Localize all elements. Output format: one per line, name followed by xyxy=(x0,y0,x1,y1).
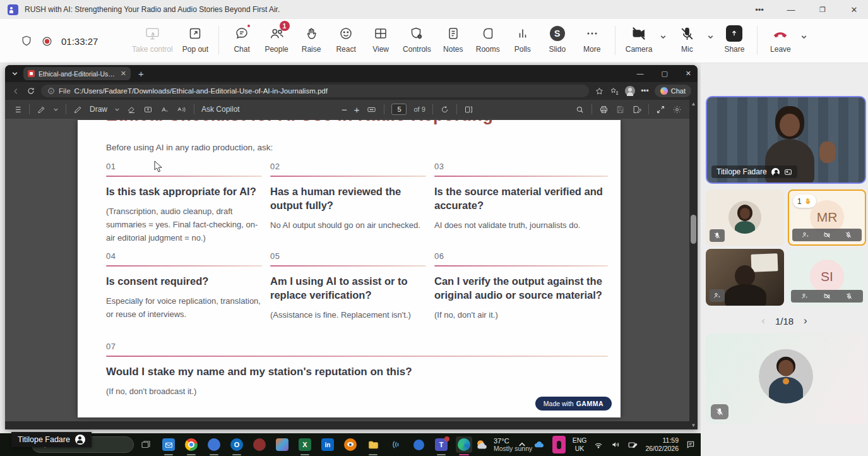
camera-button[interactable]: Camera xyxy=(624,23,655,55)
file-explorer-icon[interactable] xyxy=(365,436,381,453)
recorder-tray-icon[interactable] xyxy=(552,436,566,453)
scroll-down-arrow[interactable]: ▼ xyxy=(689,421,698,429)
highlighter-icon[interactable] xyxy=(37,105,46,114)
notes-button[interactable]: Notes xyxy=(439,23,468,55)
action-center-icon[interactable] xyxy=(686,440,696,450)
draw-chevron-icon[interactable] xyxy=(114,107,120,112)
refresh-icon[interactable] xyxy=(27,87,35,95)
blender-icon[interactable] xyxy=(342,436,359,453)
text-box-icon[interactable] xyxy=(143,105,153,114)
scrollbar-thumb[interactable] xyxy=(691,215,696,244)
outlook-icon[interactable]: O xyxy=(229,436,245,453)
browser-maximize-icon[interactable]: ▢ xyxy=(661,69,667,78)
search-icon[interactable] xyxy=(575,105,585,114)
participant-tile-bottom[interactable] xyxy=(706,333,866,424)
pop-out-button[interactable]: Pop out xyxy=(181,23,210,55)
edge-icon[interactable] xyxy=(456,436,472,453)
chat-button[interactable]: Chat xyxy=(227,23,256,55)
browser-minimize-icon[interactable]: — xyxy=(636,69,643,78)
titlebar-more-icon[interactable]: ••• xyxy=(753,5,766,15)
ask-copilot-button[interactable]: Ask Copilot xyxy=(201,105,240,114)
participant-tile-si[interactable]: SI xyxy=(788,249,866,306)
controls-button[interactable]: Controls xyxy=(401,23,433,55)
tab-list-chevron-icon[interactable] xyxy=(11,70,18,77)
page-view-icon[interactable] xyxy=(464,105,473,114)
react-button[interactable]: React xyxy=(331,23,360,55)
pager-previous-chevron[interactable]: ‹ xyxy=(761,315,765,327)
speaker-icon[interactable] xyxy=(610,440,621,450)
chrome-icon[interactable] xyxy=(183,436,199,453)
leave-button[interactable]: Leave xyxy=(766,23,795,55)
rooms-button[interactable]: Rooms xyxy=(473,23,502,55)
small-blue-app-icon[interactable] xyxy=(410,436,427,453)
browser-more-icon[interactable]: ••• xyxy=(641,87,649,95)
font-style-icon[interactable] xyxy=(160,105,169,114)
task-view-icon[interactable] xyxy=(138,436,154,453)
made-with-gamma-badge[interactable]: Made withGAMMA xyxy=(535,397,612,411)
copilot-chat-button[interactable]: Chat xyxy=(655,85,691,97)
favorites-bar-icon[interactable] xyxy=(610,87,619,96)
restore-icon[interactable]: ❐ xyxy=(816,6,829,14)
favorite-star-icon[interactable] xyxy=(595,87,604,96)
read-aloud-icon[interactable] xyxy=(176,105,187,114)
slido-button[interactable]: S Slido xyxy=(543,23,572,55)
eraser-icon[interactable] xyxy=(127,105,136,114)
excel-icon[interactable]: X xyxy=(297,436,313,453)
close-icon[interactable]: ✕ xyxy=(848,5,860,15)
taskbar-clock[interactable]: 11:59 26/02/2026 xyxy=(645,436,679,453)
scroll-up-arrow[interactable]: ▲ xyxy=(689,100,698,108)
raise-hand-button[interactable]: Raise xyxy=(297,23,326,55)
draw-pen-icon[interactable] xyxy=(73,105,83,114)
profile-avatar[interactable] xyxy=(625,86,635,96)
fit-to-width-icon[interactable] xyxy=(366,105,377,114)
participant-tile-main[interactable]: Titilope Fadare xyxy=(706,96,866,184)
draw-label[interactable]: Draw xyxy=(90,105,107,114)
shield-icon xyxy=(20,35,33,47)
share-button[interactable]: Share xyxy=(720,23,749,55)
blue-app-icon[interactable] xyxy=(206,436,222,453)
wifi-icon[interactable] xyxy=(593,440,603,450)
rotate-icon[interactable] xyxy=(440,105,449,114)
settings-gear-icon[interactable] xyxy=(672,105,682,114)
maroon-app-icon[interactable] xyxy=(251,436,268,453)
tab-close-icon[interactable]: ✕ xyxy=(121,69,126,78)
photos-app-icon[interactable] xyxy=(274,436,290,453)
participant-tile-mr[interactable]: 1 MR xyxy=(788,189,866,246)
url-field[interactable]: File C:/Users/FadareT/Downloads/Ethical-… xyxy=(41,85,589,97)
people-button[interactable]: 1 People xyxy=(262,23,291,55)
fullscreen-icon[interactable] xyxy=(656,105,665,114)
zoom-out-icon[interactable]: − xyxy=(342,104,347,115)
participant-tile[interactable] xyxy=(706,249,784,306)
tray-expand-chevron[interactable] xyxy=(518,441,526,448)
pen-tablet-icon[interactable] xyxy=(627,440,638,450)
print-icon[interactable] xyxy=(599,105,609,114)
teams-app-icon[interactable]: T xyxy=(433,436,449,453)
onedrive-icon[interactable] xyxy=(533,438,545,451)
save-as-icon[interactable] xyxy=(632,105,641,114)
info-icon[interactable] xyxy=(47,87,55,95)
browser-tab[interactable]: Ethical-and-Editorial-Use-of-AI-in ✕ xyxy=(23,67,131,80)
polls-button[interactable]: Polls xyxy=(508,23,537,55)
leave-options-chevron[interactable] xyxy=(800,33,807,40)
browser-close-icon[interactable]: ✕ xyxy=(686,69,691,78)
more-button[interactable]: More xyxy=(578,23,607,55)
linkedin-icon[interactable]: in xyxy=(319,436,336,453)
mic-button[interactable]: Mic xyxy=(672,23,701,55)
new-tab-button[interactable]: + xyxy=(138,68,144,79)
mail-app-icon[interactable] xyxy=(160,436,177,453)
view-button[interactable]: View xyxy=(366,23,395,55)
table-of-contents-icon[interactable] xyxy=(13,105,22,114)
language-indicator[interactable]: ENG UK xyxy=(573,436,587,452)
highlighter-chevron-icon[interactable] xyxy=(53,107,59,112)
camera-options-chevron[interactable] xyxy=(660,33,667,40)
mic-options-chevron[interactable] xyxy=(707,33,714,40)
pdf-vertical-scrollbar[interactable]: ▲ ▼ xyxy=(689,100,698,429)
participant-tile[interactable] xyxy=(706,189,784,246)
pdf-horizontal-scroll-area[interactable] xyxy=(5,421,689,429)
zoom-in-icon[interactable]: + xyxy=(354,104,360,115)
back-icon[interactable] xyxy=(11,87,21,96)
pager-next-chevron[interactable]: › xyxy=(804,315,807,327)
minimize-icon[interactable]: — xyxy=(785,5,797,15)
signal-waves-app-icon[interactable] xyxy=(388,436,404,453)
page-number-field[interactable]: 5 xyxy=(391,104,407,115)
